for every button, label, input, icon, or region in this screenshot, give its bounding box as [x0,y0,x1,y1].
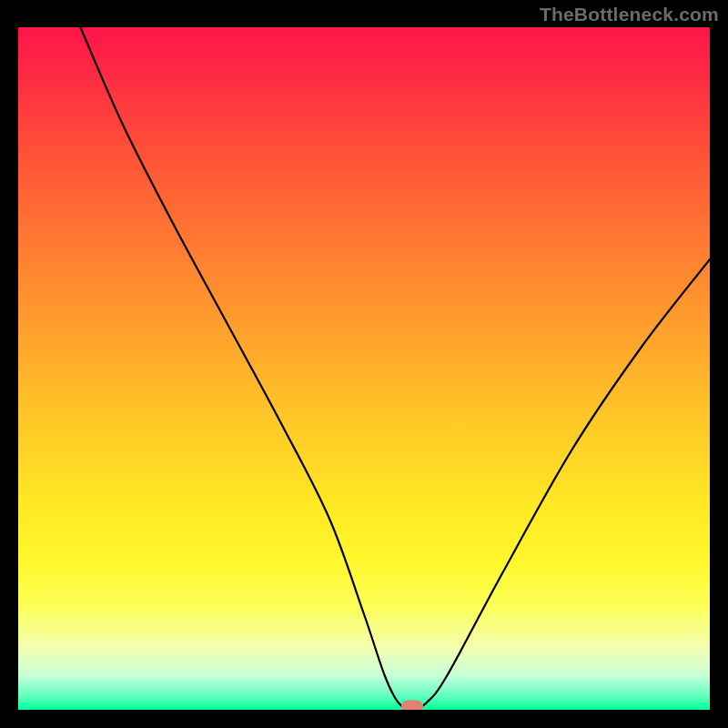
plot-area [18,27,710,710]
curve-path [80,27,710,710]
optimal-marker [401,700,423,710]
watermark-text: TheBottleneck.com [540,4,719,25]
bottleneck-curve [18,27,710,710]
chart-frame: TheBottleneck.com [0,0,728,728]
